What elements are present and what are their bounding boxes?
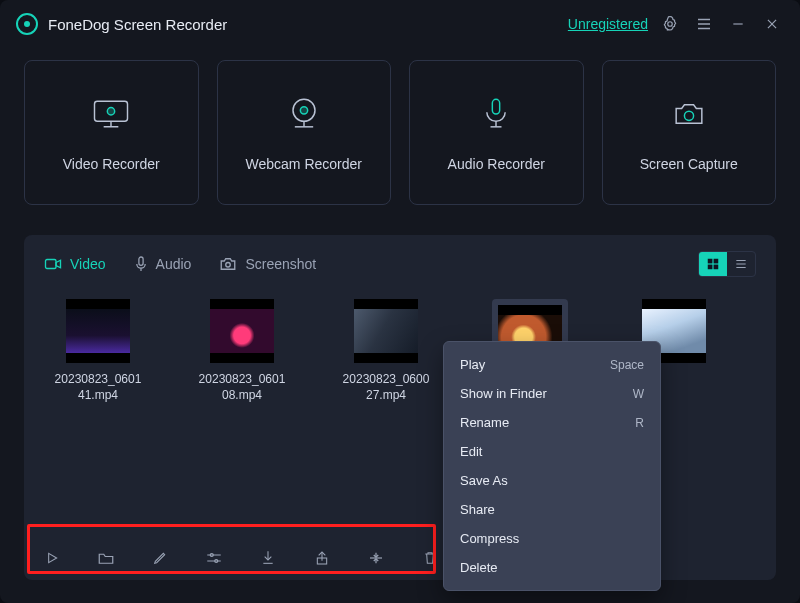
list-icon bbox=[734, 257, 748, 271]
svg-point-20 bbox=[226, 263, 231, 268]
status-link[interactable]: Unregistered bbox=[568, 16, 648, 32]
svg-point-0 bbox=[668, 22, 673, 27]
app-window: FoneDog Screen Recorder Unregistered Vid… bbox=[0, 0, 800, 603]
card-label: Audio Recorder bbox=[448, 156, 545, 172]
screen-capture-card[interactable]: Screen Capture bbox=[602, 60, 777, 205]
context-edit[interactable]: Edit bbox=[444, 437, 660, 466]
card-label: Webcam Recorder bbox=[246, 156, 362, 172]
context-label: Play bbox=[460, 357, 485, 372]
grid-view-button[interactable] bbox=[699, 252, 727, 276]
download-icon bbox=[260, 549, 276, 567]
context-menu: PlaySpace Show in FinderW RenameR Edit S… bbox=[443, 341, 661, 591]
context-shortcut: R bbox=[635, 416, 644, 430]
compress-button[interactable] bbox=[366, 548, 386, 568]
file-name: 20230823_0600 27.mp4 bbox=[343, 371, 430, 403]
compress-icon bbox=[367, 550, 385, 566]
app-title: FoneDog Screen Recorder bbox=[48, 16, 227, 33]
video-recorder-card[interactable]: Video Recorder bbox=[24, 60, 199, 205]
minimize-button[interactable] bbox=[726, 12, 750, 36]
context-show-in-finder[interactable]: Show in FinderW bbox=[444, 379, 660, 408]
library-item[interactable]: 20230823_0600 27.mp4 bbox=[334, 299, 438, 415]
monitor-icon bbox=[89, 94, 133, 138]
svg-point-16 bbox=[684, 111, 693, 120]
list-view-button[interactable] bbox=[727, 252, 755, 276]
trash-icon bbox=[422, 549, 438, 567]
context-shortcut: Space bbox=[610, 358, 644, 372]
svg-rect-22 bbox=[714, 259, 719, 264]
microphone-icon bbox=[474, 94, 518, 138]
sliders-icon bbox=[205, 550, 223, 566]
thumbnail-image bbox=[210, 309, 274, 353]
camera-icon bbox=[667, 94, 711, 138]
delete-button[interactable] bbox=[420, 548, 440, 568]
context-label: Share bbox=[460, 502, 495, 517]
library-tabs: Video Audio Screenshot bbox=[44, 247, 756, 281]
card-label: Screen Capture bbox=[640, 156, 738, 172]
library-item[interactable]: 20230823_0601 41.mp4 bbox=[46, 299, 150, 415]
video-tab-icon bbox=[44, 257, 62, 271]
card-label: Video Recorder bbox=[63, 156, 160, 172]
app-logo-icon bbox=[16, 13, 38, 35]
share-icon bbox=[314, 549, 330, 567]
settings-gear-icon[interactable] bbox=[658, 12, 682, 36]
screenshot-tab-icon bbox=[219, 256, 237, 272]
svg-rect-23 bbox=[708, 265, 713, 270]
file-name: 20230823_0601 41.mp4 bbox=[55, 371, 142, 403]
svg-rect-13 bbox=[493, 99, 500, 114]
context-shortcut: W bbox=[633, 387, 644, 401]
audio-tab-icon bbox=[134, 255, 148, 273]
context-share[interactable]: Share bbox=[444, 495, 660, 524]
audio-recorder-card[interactable]: Audio Recorder bbox=[409, 60, 584, 205]
file-name: 20230823_0601 08.mp4 bbox=[199, 371, 286, 403]
feature-cards: Video Recorder Webcam Recorder Audio Rec… bbox=[0, 48, 800, 213]
context-label: Rename bbox=[460, 415, 509, 430]
context-save-as[interactable]: Save As bbox=[444, 466, 660, 495]
view-toggle bbox=[698, 251, 756, 277]
svg-point-12 bbox=[300, 106, 307, 113]
svg-point-10 bbox=[108, 107, 115, 114]
save-as-button[interactable] bbox=[258, 548, 278, 568]
library-toolbar bbox=[42, 548, 440, 568]
adjust-button[interactable] bbox=[204, 548, 224, 568]
webcam-icon bbox=[282, 94, 326, 138]
grid-icon bbox=[706, 257, 720, 271]
tab-label: Audio bbox=[156, 256, 192, 272]
context-label: Delete bbox=[460, 560, 498, 575]
svg-rect-18 bbox=[138, 257, 142, 265]
svg-rect-17 bbox=[46, 260, 57, 269]
context-compress[interactable]: Compress bbox=[444, 524, 660, 553]
context-label: Show in Finder bbox=[460, 386, 547, 401]
menu-icon[interactable] bbox=[692, 12, 716, 36]
context-play[interactable]: PlaySpace bbox=[444, 350, 660, 379]
title-bar: FoneDog Screen Recorder Unregistered bbox=[0, 0, 800, 48]
play-button[interactable] bbox=[42, 548, 62, 568]
share-button[interactable] bbox=[312, 548, 332, 568]
play-icon bbox=[44, 550, 60, 566]
folder-icon bbox=[97, 550, 115, 566]
thumbnail-image bbox=[66, 309, 130, 353]
close-button[interactable] bbox=[760, 12, 784, 36]
tab-video[interactable]: Video bbox=[44, 256, 106, 272]
svg-rect-21 bbox=[708, 259, 713, 264]
tab-audio[interactable]: Audio bbox=[134, 255, 192, 273]
svg-rect-24 bbox=[714, 265, 719, 270]
context-label: Save As bbox=[460, 473, 508, 488]
edit-button[interactable] bbox=[150, 548, 170, 568]
tab-screenshot[interactable]: Screenshot bbox=[219, 256, 316, 272]
context-label: Compress bbox=[460, 531, 519, 546]
pencil-icon bbox=[152, 550, 168, 566]
library-item[interactable]: 20230823_0601 08.mp4 bbox=[190, 299, 294, 415]
webcam-recorder-card[interactable]: Webcam Recorder bbox=[217, 60, 392, 205]
thumbnail-image bbox=[354, 309, 418, 353]
context-label: Edit bbox=[460, 444, 482, 459]
context-delete[interactable]: Delete bbox=[444, 553, 660, 582]
library-panel: Video Audio Screenshot bbox=[24, 235, 776, 580]
tab-label: Video bbox=[70, 256, 106, 272]
context-rename[interactable]: RenameR bbox=[444, 408, 660, 437]
open-folder-button[interactable] bbox=[96, 548, 116, 568]
tab-label: Screenshot bbox=[245, 256, 316, 272]
